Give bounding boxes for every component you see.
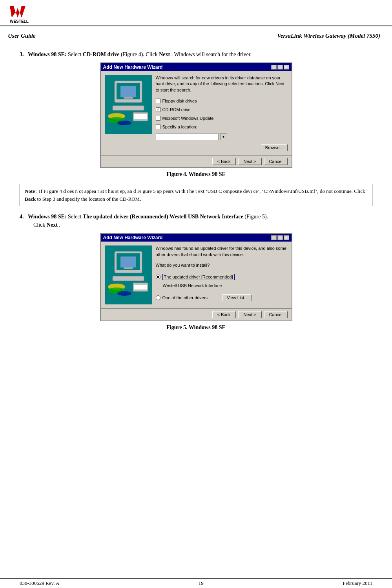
wizard5-option1: The updated driver [Recommended] (156, 274, 288, 280)
wizard4-option4: Specify a location: (156, 125, 288, 129)
figure4-wizard: Add New Hardware Wizard _ □ ✕ (100, 62, 292, 168)
footer-page-number: 19 (199, 580, 204, 586)
location-label: Specify a location: (162, 125, 197, 129)
figure5-container: Add New Hardware Wizard _ □ ✕ (20, 233, 372, 331)
step3-next: Next (159, 51, 170, 57)
cancel-button5[interactable]: Cancel (264, 311, 288, 318)
svg-rect-7 (113, 106, 144, 110)
maximize-button[interactable]: □ (277, 65, 283, 70)
wizard4-bodytext: Windows will search for new drivers in i… (156, 75, 288, 93)
cdrom-checkbox[interactable]: ✓ (156, 107, 160, 112)
note-back-label: Back (25, 196, 36, 202)
step3-number: 3. (20, 51, 24, 57)
step4-paragraph: 4. Windows 98 SE: Select The updated dri… (20, 212, 372, 229)
next-button5[interactable]: Next > (238, 311, 262, 318)
wizard5-footer: < Back Next > Cancel (101, 308, 292, 321)
figure4-caption: Figure 4. Windows 98 SE (166, 171, 226, 178)
header: WESTELL (0, 0, 392, 26)
wizard5-titlebar: Add New Hardware Wizard _ □ ✕ (101, 234, 292, 242)
product-title: VersaLink Wireless Gateway (Model 7550) (277, 33, 381, 39)
wizard4-titlebar-buttons: _ □ ✕ (271, 65, 289, 70)
maximize-button5[interactable]: □ (277, 235, 283, 240)
step3-text3: . Windows will search for the driver. (171, 51, 252, 57)
back-button4[interactable]: < Back (212, 158, 236, 165)
svg-marker-0 (10, 6, 26, 18)
floppy-checkbox[interactable] (156, 99, 160, 103)
svg-text:WESTELL: WESTELL (10, 19, 29, 24)
wizard4-browse-row: Browse... (156, 144, 288, 151)
wizard4-body: Windows will search for new drivers in i… (101, 71, 292, 155)
step3-paragraph: 3. Windows 98 SE: Select CD-ROM drive (F… (20, 50, 372, 59)
step4-label: Windows 98 SE: (28, 214, 67, 220)
browse-button[interactable]: Browse... (261, 144, 288, 151)
wizard4-option3: Microsoft Windows Update (156, 116, 288, 121)
close-button5[interactable]: ✕ (284, 235, 289, 240)
note-box: Note : If Fi gure 4 d oes n ot appea r a… (20, 184, 372, 206)
wizard5-option2: One of the other drivers. View List... (156, 294, 288, 301)
step3-cdrom: CD-ROM drive (83, 51, 120, 57)
svg-rect-6 (124, 97, 133, 99)
svg-rect-23 (134, 285, 147, 289)
location-checkbox[interactable] (156, 125, 160, 129)
step4-text3: . (59, 222, 60, 228)
wizard5-right: Windows has found an updated driver for … (156, 245, 288, 304)
svg-rect-16 (120, 256, 136, 267)
svg-point-10 (117, 121, 131, 125)
wizard5-image (105, 245, 152, 304)
svg-rect-12 (134, 114, 147, 119)
back-button5[interactable]: < Back (212, 311, 236, 318)
other-drivers-radio[interactable] (156, 295, 160, 300)
step4-next: Next (47, 222, 58, 228)
cdrom-label: CD-ROM drive (162, 107, 191, 112)
figure4-container: Add New Hardware Wizard _ □ ✕ (20, 62, 372, 178)
minimize-button5[interactable]: _ (271, 235, 277, 240)
wizard5-title: Add New Hardware Wizard (103, 235, 163, 240)
westell-logo: WESTELL (8, 4, 39, 26)
step4-driver: The updated driver (Recommended) Westell… (83, 214, 243, 220)
note-text2: to Step 3 and specify the location of th… (37, 196, 141, 202)
westell-sublabel: Westell USB Network Interface (163, 283, 288, 288)
note-text1: : If Fi gure 4 d oes n ot appea r at t h… (36, 188, 365, 194)
page-footer: 030-300629 Rev. A 19 February 2011 (0, 578, 392, 588)
wizard5-question: What do you want to install? (156, 262, 288, 268)
header-titles: User Guide VersaLink Wireless Gateway (M… (0, 29, 392, 41)
wizard4-location-row: ▼ (156, 133, 288, 140)
svg-point-21 (117, 291, 131, 296)
wizard4-title: Add New Hardware Wizard (103, 64, 163, 70)
wizard4-right: Windows will search for new drivers in i… (156, 75, 288, 151)
location-input[interactable] (156, 133, 219, 140)
user-guide-label: User Guide (8, 33, 35, 39)
svg-rect-18 (113, 276, 144, 281)
location-dropdown[interactable]: ▼ (220, 133, 227, 140)
step4-text1: Select (68, 214, 83, 220)
svg-rect-17 (124, 267, 133, 269)
svg-rect-5 (120, 86, 136, 97)
footer-doc-number: 030-300629 Rev. A (20, 580, 59, 586)
main-content: 3. Windows 98 SE: Select CD-ROM drive (F… (0, 41, 392, 337)
step4-number: 4. (20, 214, 24, 220)
step3-text1: Select (68, 51, 83, 57)
other-drivers-label: One of the other drivers. (162, 295, 209, 300)
step3-label: Windows 98 SE: (28, 51, 67, 57)
updated-driver-radio[interactable] (156, 275, 160, 279)
step3-text2: (Figure 4). Click (121, 51, 159, 57)
wizard4-image (105, 75, 152, 134)
wizard5-titlebar-buttons: _ □ ✕ (271, 235, 289, 240)
next-button4[interactable]: Next > (238, 158, 262, 165)
winupdate-checkbox[interactable] (156, 116, 160, 121)
wizard5-body: Windows has found an updated driver for … (101, 242, 292, 308)
updated-driver-label: The updated driver [Recommended] (162, 274, 235, 280)
figure5-wizard: Add New Hardware Wizard _ □ ✕ (100, 233, 292, 321)
figure5-caption: Figure 5. Windows 98 SE (166, 324, 226, 331)
view-list-button[interactable]: View List... (222, 294, 252, 301)
logo-area: WESTELL (8, 4, 39, 26)
minimize-button[interactable]: _ (271, 65, 277, 70)
footer-date: February 2011 (343, 580, 372, 586)
winupdate-label: Microsoft Windows Update (162, 116, 214, 121)
close-button[interactable]: ✕ (284, 65, 289, 70)
wizard5-bodytext: Windows has found an updated driver for … (156, 245, 288, 258)
wizard4-option1: Floppy disk drives (156, 99, 288, 103)
cancel-button4[interactable]: Cancel (264, 158, 288, 165)
wizard4-option2: ✓ CD-ROM drive (156, 107, 288, 112)
wizard4-titlebar: Add New Hardware Wizard _ □ ✕ (101, 63, 292, 71)
